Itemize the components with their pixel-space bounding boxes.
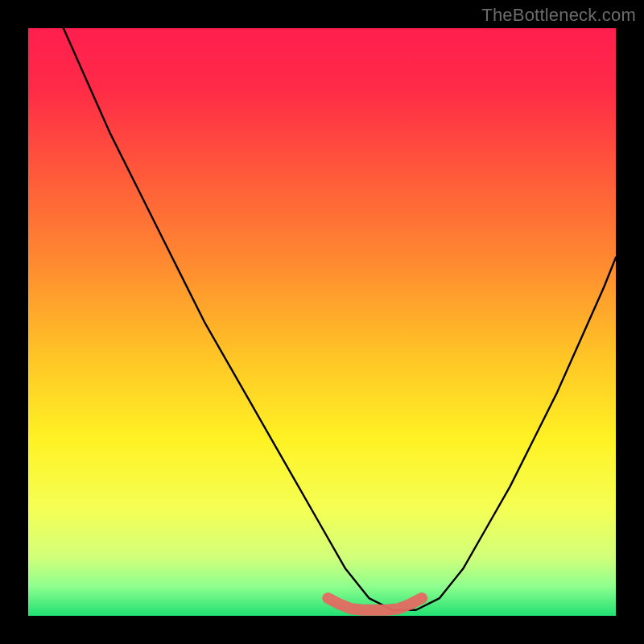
bottleneck-floor-highlight — [328, 598, 422, 610]
chart-lines — [28, 28, 616, 616]
plot-area — [28, 28, 616, 616]
chart-frame: TheBottleneck.com — [0, 0, 644, 644]
bottleneck-curve — [64, 28, 616, 610]
watermark-text: TheBottleneck.com — [481, 5, 636, 26]
